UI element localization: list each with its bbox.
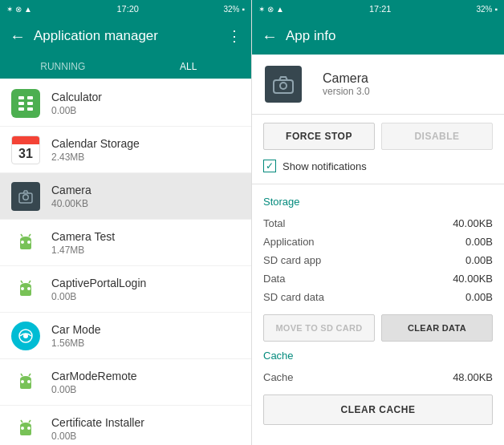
wifi-icon: ▲ xyxy=(24,5,32,14)
left-page-title: Application manager xyxy=(34,28,219,44)
storage-row-data: Data 40.00KB xyxy=(263,269,493,288)
force-disable-row: FORCE STOP DISABLE xyxy=(263,123,493,150)
cache-row: Cache 48.00KB xyxy=(263,368,493,386)
svg-point-7 xyxy=(24,195,28,199)
left-tabs: RUNNING ALL xyxy=(0,55,251,80)
list-item[interactable]: Camera Test 1.47MB xyxy=(0,220,251,266)
svg-point-12 xyxy=(27,241,30,244)
svg-line-34 xyxy=(29,420,30,423)
svg-point-31 xyxy=(21,427,24,430)
svg-line-27 xyxy=(21,374,22,376)
svg-line-19 xyxy=(21,281,22,283)
app-icon-captive xyxy=(10,273,42,305)
left-panel: ✶ ⊗ ▲ 17:20 32% ▪ ← Application manager … xyxy=(0,0,252,445)
app-size: 1.47MB xyxy=(51,245,242,256)
svg-rect-3 xyxy=(27,102,33,105)
battery-percent-left: 32% xyxy=(223,5,239,14)
svg-line-28 xyxy=(29,374,30,376)
app-name: Camera xyxy=(51,184,242,196)
app-name: CarModeRemote xyxy=(51,370,242,382)
right-panel: ✶ ⊗ ▲ 17:21 32% ▪ ← App info Cam xyxy=(252,0,504,445)
left-battery-icons: 32% ▪ xyxy=(223,5,245,14)
app-size: 2.43MB xyxy=(51,152,242,163)
cache-section-title: Cache xyxy=(263,350,493,362)
svg-line-13 xyxy=(21,234,22,237)
app-icon-calendar: 31 xyxy=(10,134,42,166)
svg-point-36 xyxy=(281,83,286,88)
right-back-button[interactable]: ← xyxy=(262,27,278,46)
app-name: Calendar Storage xyxy=(51,137,242,150)
app-icon-carmode-remote xyxy=(10,366,42,398)
notifications-checkbox[interactable]: ✓ xyxy=(263,160,276,172)
bluetooth-icon: ✶ xyxy=(6,5,13,14)
svg-point-18 xyxy=(27,287,30,290)
svg-rect-0 xyxy=(18,96,24,99)
storage-cache-section: Storage Total 40.00KB Application 0.00B … xyxy=(252,184,504,445)
storage-action-row: MOVE TO SD CARD CLEAR DATA xyxy=(263,314,493,342)
list-item[interactable]: 31 Calendar Storage 2.43MB xyxy=(0,127,251,173)
svg-point-32 xyxy=(27,427,30,430)
list-item[interactable]: Car Mode 1.56MB xyxy=(0,313,251,359)
list-item[interactable]: Calculator 0.00B xyxy=(0,80,251,127)
left-status-icons: ✶ ⊗ ▲ xyxy=(6,5,32,14)
signal-icon: ⊗ xyxy=(15,5,22,14)
list-item[interactable]: Camera 40.00KB xyxy=(0,173,251,220)
app-name: Camera Test xyxy=(51,230,242,243)
checkbox-check-icon: ✓ xyxy=(266,160,274,172)
move-to-sd-button[interactable]: MOVE TO SD CARD xyxy=(263,314,375,342)
svg-rect-4 xyxy=(18,107,24,111)
clear-cache-button[interactable]: CLEAR CACHE xyxy=(263,394,493,425)
app-icon-camera xyxy=(10,180,42,212)
list-item[interactable]: CaptivePortalLogin 0.00B xyxy=(0,266,251,313)
storage-row-application: Application 0.00B xyxy=(263,233,493,251)
more-options-icon[interactable]: ⋮ xyxy=(227,27,242,45)
right-signal-icon: ⊗ xyxy=(267,5,274,14)
app-list: Calculator 0.00B 31 Calendar Storage 2.4… xyxy=(0,80,251,445)
app-name: CaptivePortalLogin xyxy=(51,277,242,289)
action-buttons-section: FORCE STOP DISABLE ✓ Show notifications xyxy=(252,115,504,184)
app-size: 0.00B xyxy=(51,431,242,442)
battery-icon-right: ▪ xyxy=(494,5,498,14)
app-size: 0.00B xyxy=(51,105,242,116)
storage-row-sdcard-data: SD card data 0.00B xyxy=(263,288,493,306)
disable-button[interactable]: DISABLE xyxy=(381,123,493,150)
svg-rect-1 xyxy=(27,96,33,99)
list-item[interactable]: CarModeRemote 0.00B xyxy=(0,359,251,406)
app-name: Calculator xyxy=(51,91,242,103)
app-detail-version: version 3.0 xyxy=(323,86,370,97)
force-stop-button[interactable]: FORCE STOP xyxy=(263,123,375,150)
svg-point-26 xyxy=(27,380,30,383)
app-icon-cert xyxy=(10,413,42,445)
cache-section: Cache Cache 48.00KB CLEAR CACHE xyxy=(263,350,493,425)
battery-icon-left: ▪ xyxy=(242,5,245,14)
right-bluetooth-icon: ✶ xyxy=(258,5,265,14)
right-wifi-icon: ▲ xyxy=(276,5,284,14)
svg-rect-5 xyxy=(27,107,33,111)
clear-data-button[interactable]: CLEAR DATA xyxy=(381,314,493,342)
left-back-button[interactable]: ← xyxy=(10,27,26,46)
svg-point-25 xyxy=(21,380,24,383)
battery-percent-right: 32% xyxy=(476,5,492,14)
app-size: 0.00B xyxy=(51,291,242,302)
tab-running[interactable]: RUNNING xyxy=(0,55,126,79)
right-page-title: App info xyxy=(286,28,494,44)
right-battery-icons: 32% ▪ xyxy=(476,5,498,14)
app-icon-carmode xyxy=(10,320,42,352)
app-detail-name: Camera xyxy=(323,71,370,86)
tab-all[interactable]: ALL xyxy=(126,55,252,79)
storage-row-sdcard-app: SD card app 0.00B xyxy=(263,251,493,269)
svg-line-20 xyxy=(29,281,30,283)
svg-point-17 xyxy=(21,287,24,290)
left-status-bar: ✶ ⊗ ▲ 17:20 32% ▪ xyxy=(0,0,251,18)
app-name: Certificate Installer xyxy=(51,416,242,429)
notifications-label: Show notifications xyxy=(282,160,367,172)
show-notifications-row: ✓ Show notifications xyxy=(263,156,493,176)
app-header: Camera version 3.0 xyxy=(252,55,504,115)
left-time: 17:20 xyxy=(116,4,139,14)
svg-point-11 xyxy=(21,241,24,244)
list-item[interactable]: Certificate Installer 0.00B xyxy=(0,406,251,445)
app-size: 1.56MB xyxy=(51,338,242,349)
svg-line-14 xyxy=(29,234,30,237)
left-toolbar: ← Application manager ⋮ xyxy=(0,18,251,55)
app-size: 0.00B xyxy=(51,384,242,395)
